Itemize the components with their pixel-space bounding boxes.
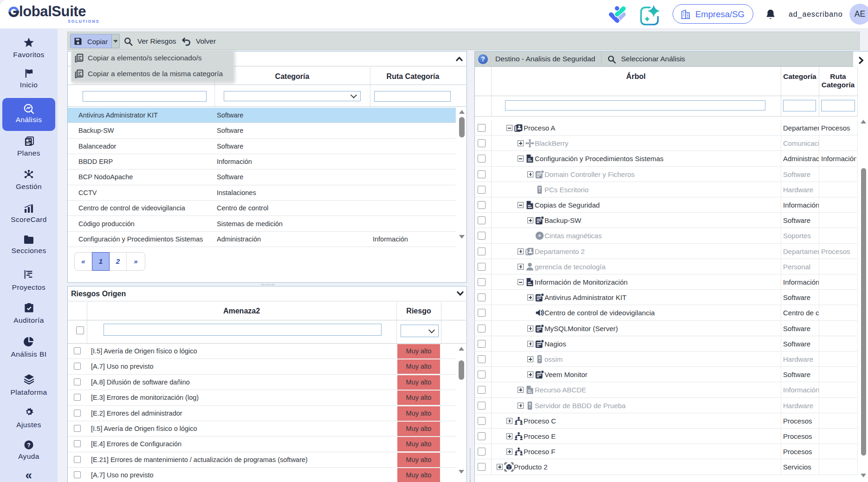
svg-text:?: ? xyxy=(481,55,485,63)
svg-text:?: ? xyxy=(27,442,31,449)
